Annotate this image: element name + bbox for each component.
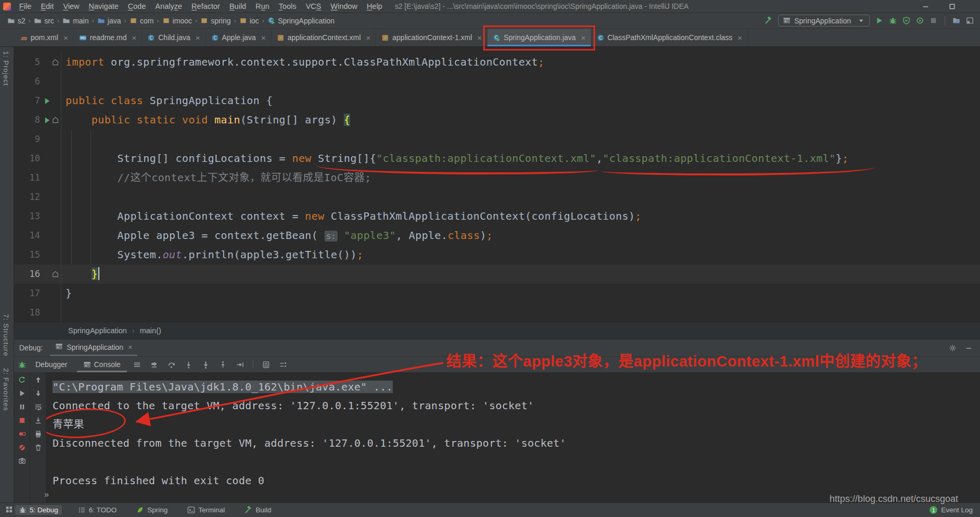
- project-structure-button[interactable]: [952, 17, 960, 24]
- step-out-button[interactable]: [216, 361, 230, 369]
- close-icon[interactable]: ×: [738, 33, 742, 42]
- tab-pom.xml[interactable]: mpom.xml×: [15, 29, 74, 46]
- view-breakpoints-button[interactable]: [18, 430, 26, 438]
- stop-disabled-button[interactable]: [930, 17, 937, 24]
- code-line-16[interactable]: 16 }: [14, 264, 980, 284]
- breadcrumb-item-springapplication[interactable]: CSpringApplication: [266, 17, 336, 25]
- code-line-7[interactable]: 7public class SpringApplication {: [14, 91, 980, 110]
- build-hammer-button[interactable]: [765, 17, 772, 24]
- scroll-end-button[interactable]: [34, 417, 42, 424]
- thread-dump-button[interactable]: [18, 457, 26, 465]
- menu-analyze[interactable]: Analyze: [151, 2, 187, 11]
- menu-vcs[interactable]: VCS: [302, 2, 326, 11]
- stop-red-button[interactable]: [18, 417, 26, 424]
- close-icon[interactable]: ×: [366, 33, 371, 42]
- code-line-11[interactable]: 11 //这个context上下文对象，就可以看成是IoC容器;: [14, 168, 980, 187]
- stripe-overflow-chevron[interactable]: »: [44, 490, 49, 499]
- menu-view[interactable]: View: [59, 2, 83, 11]
- trace-button[interactable]: [276, 361, 290, 369]
- code-line-6[interactable]: 6: [14, 72, 980, 91]
- menu-tools[interactable]: Tools: [275, 2, 301, 11]
- run-to-cursor-button[interactable]: [233, 361, 247, 369]
- menu-refactor[interactable]: Refactor: [187, 2, 224, 11]
- debug-session-tab[interactable]: SpringApplication ×: [50, 339, 137, 356]
- up-button[interactable]: [34, 376, 42, 384]
- menu-build[interactable]: Build: [225, 2, 250, 11]
- tab-ClassPathXmlApplicationContext.class[interactable]: CClassPathXmlApplicationContext.class×: [591, 29, 748, 46]
- show-execution-point-button[interactable]: [147, 361, 161, 369]
- debug-tab-console[interactable]: Console: [77, 357, 127, 372]
- breadcrumb-item-java[interactable]: java: [96, 17, 122, 25]
- close-icon[interactable]: ×: [196, 33, 200, 42]
- close-icon[interactable]: ×: [128, 343, 132, 351]
- console-line-5[interactable]: [53, 452, 980, 471]
- breadcrumb-item-spring[interactable]: spring: [199, 17, 231, 25]
- code-editor[interactable]: 5import org.springframework.context.supp…: [14, 47, 980, 322]
- statusbar-build[interactable]: Build: [241, 505, 275, 515]
- code-line-5[interactable]: 5import org.springframework.context.supp…: [14, 53, 980, 72]
- debug-console[interactable]: "C:\Program Files\Java\jdk1.8.0_162\bin\…: [46, 372, 980, 502]
- hide-windows-button[interactable]: [966, 17, 974, 24]
- code-line-10[interactable]: 10 String[] configLocations = new String…: [14, 149, 980, 168]
- code-line-15[interactable]: 15 System.out.println(apple3.getTitle())…: [14, 245, 980, 264]
- menu-navigate[interactable]: Navigate: [85, 2, 123, 11]
- code-line-17[interactable]: 17}: [14, 284, 980, 303]
- maximize-button[interactable]: [948, 3, 956, 10]
- code-line-9[interactable]: 9: [14, 130, 980, 149]
- menu-code[interactable]: Code: [124, 2, 150, 11]
- tab-SpringApplication.java[interactable]: CSpringApplication.java×: [487, 29, 591, 46]
- tab-applicationContext.xml[interactable]: applicationContext.xml×: [272, 29, 377, 46]
- event-log[interactable]: 1 Event Log: [930, 506, 973, 514]
- stripe-project[interactable]: 1: Project: [2, 51, 10, 86]
- step-over-button[interactable]: [164, 361, 178, 369]
- close-icon[interactable]: ×: [478, 33, 482, 42]
- breadcrumb-item-com[interactable]: com: [128, 17, 154, 25]
- debug-bug-button[interactable]: [889, 17, 897, 24]
- evaluate-button[interactable]: [259, 361, 273, 369]
- close-icon[interactable]: ×: [63, 33, 68, 42]
- pause-button[interactable]: [18, 403, 26, 411]
- stripe-structure[interactable]: 7: Structure: [2, 314, 10, 357]
- breadcrumb-item-ioc[interactable]: ioc: [238, 17, 260, 25]
- down-button[interactable]: [34, 389, 42, 397]
- breadcrumb-method[interactable]: main(): [140, 326, 161, 335]
- menu-edit[interactable]: Edit: [36, 2, 58, 11]
- console-line-2[interactable]: Connected to the target VM, address: '12…: [53, 396, 980, 415]
- tab-readme.md[interactable]: MDreadme.md×: [74, 29, 143, 46]
- tab-Apple.java[interactable]: CApple.java×: [206, 29, 272, 46]
- hamburger-button[interactable]: [130, 361, 144, 369]
- code-line-14[interactable]: 14 Apple apple3 = context.getBean( s: "a…: [14, 226, 980, 245]
- rerun-button[interactable]: [18, 376, 26, 384]
- run-config-select[interactable]: SpringApplication: [778, 15, 870, 27]
- breadcrumb-class[interactable]: SpringApplication: [68, 326, 127, 335]
- breadcrumb-item-imooc[interactable]: imooc: [161, 17, 193, 25]
- code-line-18[interactable]: 18: [14, 303, 980, 322]
- step-into-button[interactable]: [182, 361, 196, 369]
- breadcrumb-item-s2[interactable]: s2: [6, 17, 27, 25]
- close-icon[interactable]: ×: [261, 33, 266, 42]
- menu-file[interactable]: File: [15, 2, 35, 11]
- console-line-4[interactable]: Disconnected from the target VM, address…: [53, 434, 980, 452]
- code-line-12[interactable]: 12: [14, 187, 980, 207]
- print-button[interactable]: [34, 430, 42, 438]
- mute-breakpoints-button[interactable]: [18, 444, 26, 451]
- profiler-button[interactable]: [916, 17, 924, 24]
- minimize-button[interactable]: [922, 3, 930, 10]
- dash-button[interactable]: [965, 344, 973, 352]
- statusbar-terminal[interactable]: Terminal: [184, 505, 228, 515]
- menu-window[interactable]: Window: [327, 2, 362, 11]
- console-line-6[interactable]: Process finished with exit code 0: [53, 471, 980, 490]
- gear-button[interactable]: [949, 344, 957, 352]
- stripe-favorites[interactable]: 2: Favorites: [2, 368, 10, 411]
- tab-applicationContext-1.xml[interactable]: applicationContext-1.xml×: [376, 29, 487, 46]
- console-line-1[interactable]: "C:\Program Files\Java\jdk1.8.0_162\bin\…: [53, 377, 980, 396]
- statusbar-6-todo[interactable]: 6: TODO: [74, 505, 121, 515]
- force-step-into-button[interactable]: [199, 361, 213, 369]
- resume-button[interactable]: [18, 389, 26, 397]
- code-line-13[interactable]: 13 ApplicationContext context = new Clas…: [14, 207, 980, 226]
- toggle-stripes-icon[interactable]: [5, 506, 13, 515]
- coverage-button[interactable]: [902, 17, 910, 24]
- breadcrumb-item-main[interactable]: main: [61, 17, 89, 25]
- console-line-3[interactable]: 青苹果: [53, 415, 980, 434]
- clear-button[interactable]: [34, 444, 42, 451]
